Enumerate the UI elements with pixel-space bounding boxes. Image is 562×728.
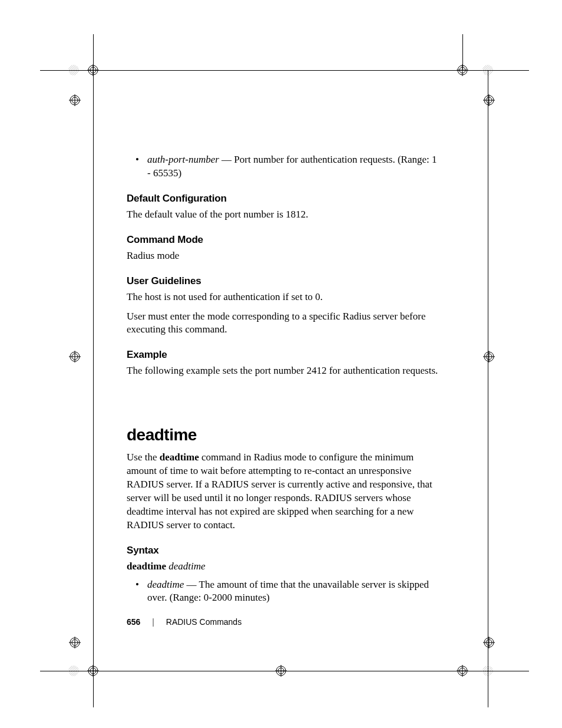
- registration-mark-icon: [69, 351, 81, 363]
- param-auth-port-number: auth-port-number — Port number for authe…: [127, 153, 439, 180]
- example-text: The following example sets the port numb…: [127, 364, 439, 378]
- registration-mark-icon: [482, 64, 494, 76]
- param-term: auth-port-number: [147, 154, 219, 165]
- registration-mark-icon: [69, 94, 81, 106]
- svg-point-13: [482, 65, 493, 75]
- registration-mark-icon: [87, 665, 99, 677]
- syntax-line-italic: deadtime: [168, 561, 205, 572]
- registration-mark-icon: [457, 64, 468, 76]
- param-sep: —: [219, 154, 234, 165]
- crop-line: [40, 70, 93, 71]
- command-mode-text: Radius mode: [127, 249, 439, 263]
- param-sep: —: [184, 579, 199, 590]
- registration-mark-icon: [68, 665, 80, 677]
- heading-user-guidelines: User Guidelines: [127, 275, 439, 288]
- deadtime-intro: Use the deadtime command in Radius mode …: [127, 451, 439, 532]
- page-footer: 656 | RADIUS Commands: [127, 617, 242, 628]
- page-number: 656: [127, 617, 140, 627]
- param-term: deadtime: [147, 579, 184, 590]
- registration-mark-icon: [275, 665, 287, 677]
- crop-line: [488, 71, 488, 707]
- footer-section-name: RADIUS Commands: [166, 617, 242, 627]
- deadtime-intro-post: command in Radius mode to configure the …: [127, 452, 432, 531]
- default-configuration-text: The default value of the port number is …: [127, 208, 439, 222]
- syntax-line: deadtime deadtime: [127, 560, 439, 574]
- syntax-line-bold: deadtime: [127, 561, 166, 572]
- registration-mark-icon: [69, 637, 81, 648]
- svg-point-43: [482, 666, 493, 676]
- crop-line: [40, 671, 93, 671]
- deadtime-intro-pre: Use the: [127, 452, 160, 463]
- top-bullet-list: auth-port-number — Port number for authe…: [127, 153, 439, 180]
- heading-command-mode: Command Mode: [127, 233, 439, 247]
- registration-mark-icon: [87, 64, 99, 76]
- syntax-bullet-list: deadtime — The amount of time that the u…: [127, 578, 439, 605]
- svg-point-26: [68, 666, 79, 676]
- heading-deadtime: deadtime: [127, 424, 439, 446]
- registration-mark-icon: [483, 94, 495, 106]
- heading-default-configuration: Default Configuration: [127, 192, 439, 206]
- registration-mark-icon: [68, 64, 80, 76]
- svg-point-0: [68, 65, 79, 75]
- heading-syntax: Syntax: [127, 544, 439, 558]
- heading-example: Example: [127, 348, 439, 362]
- page-content: auth-port-number — Port number for authe…: [127, 153, 439, 605]
- crop-line: [93, 71, 94, 707]
- registration-mark-icon: [483, 637, 495, 648]
- registration-mark-icon: [482, 665, 494, 677]
- registration-mark-icon: [483, 351, 495, 363]
- user-guidelines-text-2: User must enter the mode corresponding t…: [127, 310, 439, 337]
- registration-mark-icon: [457, 665, 468, 677]
- deadtime-intro-bold: deadtime: [160, 452, 199, 463]
- user-guidelines-text-1: The host is not used for authentication …: [127, 291, 439, 304]
- param-deadtime: deadtime — The amount of time that the u…: [127, 578, 439, 605]
- footer-divider: |: [152, 617, 154, 627]
